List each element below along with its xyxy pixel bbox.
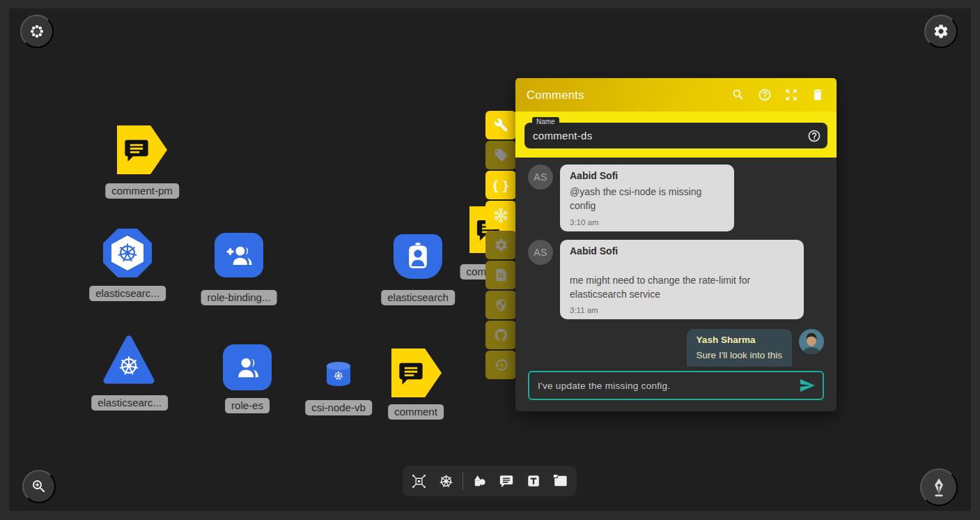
message-text: Sure I'll look into this <box>697 349 782 362</box>
comments-panel-header[interactable]: Comments <box>515 78 837 112</box>
node-elasticsearch-triangle[interactable] <box>103 335 155 386</box>
person-plus-icon <box>224 240 254 270</box>
settings-gear-icon <box>933 23 949 40</box>
comment-input[interactable] <box>529 381 799 391</box>
comments-thread[interactable]: AS Aabid Sofi @yash the csi-node is miss… <box>515 158 837 367</box>
history-icon <box>494 358 508 372</box>
name-field-box: Name <box>524 123 827 148</box>
panel-title: Comments <box>527 89 721 102</box>
toolbar-divider <box>462 472 463 490</box>
message-text: me might need to change the rate-limit f… <box>570 273 794 302</box>
node-role-binding[interactable] <box>215 233 263 277</box>
message-time: 3:11 am <box>570 306 794 314</box>
comment-icon <box>499 473 514 489</box>
kubernetes-icon <box>116 241 139 265</box>
pen-nib-icon <box>928 476 950 498</box>
node-csi-node-vb[interactable] <box>325 361 352 388</box>
message-bubble: Aabid Sofi me might need to change the r… <box>560 240 804 320</box>
tag-icon <box>494 148 508 162</box>
comment-message: AS Aabid Sofi me might need to change th… <box>528 240 824 320</box>
node-label: elasticsearc... <box>91 395 168 411</box>
settings-button[interactable] <box>924 15 958 48</box>
text-icon <box>526 473 541 489</box>
avatar: AS <box>528 165 553 190</box>
wrench-icon <box>494 118 508 132</box>
delete-button[interactable] <box>809 86 827 104</box>
molecule-flower-icon <box>492 206 510 224</box>
node-elasticsearch-octagon[interactable] <box>103 229 152 277</box>
gear-icon <box>494 238 508 252</box>
kubernetes-button[interactable] <box>435 471 456 491</box>
doc-search-icon <box>494 268 508 282</box>
expand-button[interactable] <box>782 86 800 104</box>
help-button[interactable] <box>756 86 774 104</box>
node-label: comment-pm <box>105 183 179 199</box>
components-button[interactable] <box>409 471 430 491</box>
send-icon <box>799 377 816 394</box>
name-input[interactable] <box>524 130 807 142</box>
help-icon <box>758 88 772 102</box>
comment-tool-button[interactable] <box>496 471 517 491</box>
node-comment-pm[interactable] <box>117 125 167 174</box>
text-tool-button[interactable] <box>523 471 544 491</box>
search-icon <box>731 88 745 102</box>
node-label: role-es <box>225 398 270 413</box>
app-menu-button[interactable] <box>20 15 54 48</box>
history-button[interactable] <box>485 351 516 379</box>
name-field-label: Name <box>532 117 559 127</box>
zoom-button[interactable] <box>22 470 56 503</box>
trash-icon <box>811 88 825 102</box>
image-icon <box>552 473 568 489</box>
flower-logo-icon <box>28 22 46 40</box>
app-root: { "colors": { "accent_yellow": "#ffd600"… <box>0 0 980 520</box>
message-author: Aabid Sofi <box>570 245 794 257</box>
message-bubble: Aabid Sofi @yash the csi-node is missing… <box>560 165 734 231</box>
canvas-toolbar <box>403 466 577 496</box>
message-author: Yash Sharma <box>697 335 782 345</box>
avatar <box>799 329 824 354</box>
kubernetes-icon <box>438 473 454 489</box>
circuit-icon <box>411 473 427 489</box>
id-badge-icon <box>403 241 433 272</box>
configure-button[interactable] <box>485 111 516 139</box>
node-action-toolbar: { } <box>485 111 516 379</box>
comments-panel: Comments Name AS Aabid Sofi @yash the cs… <box>515 78 837 411</box>
message-time: 3:10 am <box>570 218 724 227</box>
braces-icon: { } <box>492 178 508 193</box>
settings-action-button[interactable] <box>485 231 516 259</box>
node-comment[interactable] <box>391 349 442 397</box>
avatar: AS <box>528 240 553 265</box>
message-bubble: Yash Sharma Sure I'll look into this 3:2… <box>687 329 792 367</box>
message-text: @yash the csi-node is missing config <box>570 185 724 213</box>
github-icon <box>494 328 508 342</box>
name-section: Name <box>515 112 837 158</box>
media-tool-button[interactable] <box>550 471 570 491</box>
node-label: comment <box>388 404 444 420</box>
pen-tool-button[interactable] <box>920 468 958 506</box>
node-elasticsearch-badge[interactable] <box>394 234 442 279</box>
shapes-icon <box>472 473 488 489</box>
doc-preview-button[interactable] <box>485 261 516 289</box>
help-icon <box>807 129 821 143</box>
tag-button[interactable] <box>485 141 516 169</box>
node-label: elasticsearc... <box>89 286 166 301</box>
mesh-button[interactable] <box>485 201 516 229</box>
message-author: Aabid Sofi <box>570 170 724 181</box>
comment-message: AS Aabid Sofi @yash the csi-node is miss… <box>528 165 824 231</box>
send-button[interactable] <box>799 377 816 394</box>
json-button[interactable]: { } <box>485 171 516 199</box>
comment-message: Yash Sharma Sure I'll look into this 3:2… <box>528 329 824 367</box>
search-button[interactable] <box>729 86 747 104</box>
node-label: csi-node-vb <box>305 400 372 415</box>
node-label: elasticsearch <box>381 290 455 305</box>
node-role-es[interactable] <box>223 344 272 390</box>
security-button[interactable] <box>485 291 516 319</box>
zoom-in-icon <box>31 478 47 495</box>
expand-icon <box>784 88 798 102</box>
composer <box>528 371 824 400</box>
shapes-button[interactable] <box>469 471 490 491</box>
name-help-button[interactable] <box>807 129 821 143</box>
github-button[interactable] <box>485 321 516 349</box>
persons-icon <box>232 352 263 383</box>
node-label: role-binding... <box>201 290 277 305</box>
